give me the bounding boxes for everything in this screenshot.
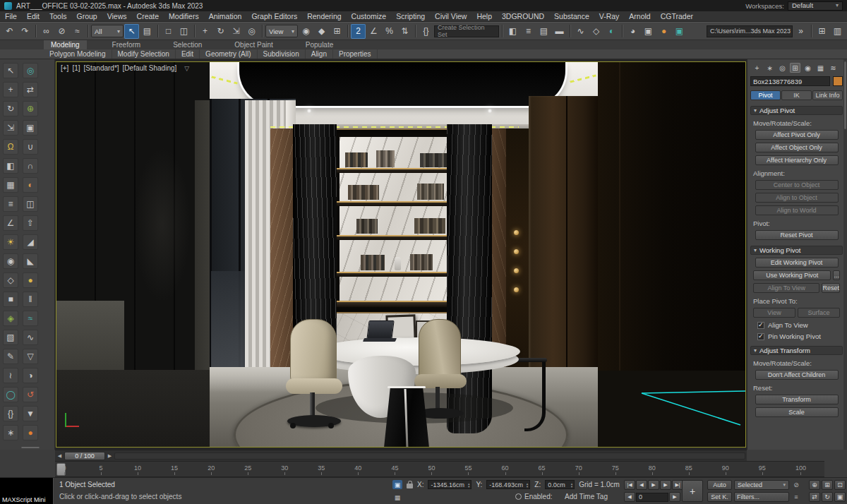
bridge-tool-icon[interactable]: ‖: [23, 292, 38, 307]
measure-tool-icon[interactable]: ∠: [3, 215, 18, 231]
paint-tool-icon[interactable]: ✎: [3, 349, 18, 364]
use-working-pivot-options-button[interactable]: ...: [833, 270, 840, 280]
ribbon-item-geometry-all-[interactable]: Geometry (All): [200, 49, 257, 59]
docking-icon[interactable]: ▥: [830, 24, 845, 39]
menu-item-arnold[interactable]: Arnold: [624, 11, 655, 22]
script-tool-icon[interactable]: {}: [3, 406, 18, 421]
key-filter-icon[interactable]: ≡: [791, 492, 801, 501]
smooth-tool-icon[interactable]: ∿: [23, 330, 38, 345]
affect-object-only-button[interactable]: Affect Object Only: [755, 143, 839, 152]
collapse-tool-icon[interactable]: ▼: [23, 406, 38, 421]
slice-tool-icon[interactable]: ◫: [23, 196, 38, 212]
spinner-snap-icon[interactable]: ⇅: [397, 24, 412, 39]
key-filters-button[interactable]: Filters...: [734, 492, 789, 502]
workspace-dropdown[interactable]: Default: [788, 1, 843, 11]
viewport-label-segment[interactable]: [Default Shading]: [123, 64, 177, 72]
array-tool-icon[interactable]: ▦: [3, 177, 18, 193]
set-key-button[interactable]: Set K.: [707, 492, 732, 502]
selection-filter-dropdown[interactable]: All: [91, 25, 124, 37]
undo-icon[interactable]: ↶: [2, 24, 17, 39]
extrude-tool-icon[interactable]: ⇧: [23, 215, 38, 231]
rollout-adjust-pivot[interactable]: Adjust Pivot: [750, 106, 843, 115]
camera-tool-icon[interactable]: ◉: [3, 253, 18, 269]
use-pivot-center-icon[interactable]: ◉: [299, 24, 313, 39]
rectangular-selection-region-icon[interactable]: □: [161, 24, 176, 39]
set-keys-button[interactable]: +: [682, 480, 703, 502]
select-object-icon[interactable]: ↖: [124, 24, 139, 39]
mute-keys-icon[interactable]: ⊘: [791, 480, 801, 489]
zoom-icon[interactable]: ⊕: [809, 480, 820, 490]
object-name-field[interactable]: Box2138776839: [750, 76, 830, 86]
ribbon-item-modify-selection[interactable]: Modify Selection: [112, 49, 176, 59]
rollout-working-pivot[interactable]: Working Pivot: [750, 246, 843, 255]
layer-explorer-icon[interactable]: ▤: [536, 24, 551, 39]
viewport-layout-icon[interactable]: ⊞: [815, 24, 829, 39]
menu-item-v-ray[interactable]: V-Ray: [594, 11, 625, 22]
xref-tool-icon[interactable]: ⇄: [23, 82, 38, 97]
selection-lock-icon[interactable]: [407, 484, 413, 488]
snaps-toggle-icon[interactable]: 2: [351, 24, 366, 39]
zoom-extents-icon[interactable]: ⊡: [834, 480, 846, 490]
material-editor-icon[interactable]: ◐: [604, 24, 619, 39]
settings-tool-icon[interactable]: ∗: [3, 425, 18, 440]
modifier-tool-icon[interactable]: ◈: [3, 311, 18, 326]
scale-tool-icon[interactable]: ⇲: [3, 120, 18, 136]
time-slider-handle[interactable]: 0 / 100: [64, 452, 105, 460]
chamfer-tool-icon[interactable]: ◣: [23, 253, 38, 269]
menu-item-modifiers[interactable]: Modifiers: [164, 11, 204, 22]
percent-snap-icon[interactable]: %: [382, 24, 397, 39]
viewport-filter-icon[interactable]: ▽: [184, 65, 189, 72]
viewport-label-segment[interactable]: [+]: [61, 64, 68, 72]
checkbox-box[interactable]: [757, 333, 764, 340]
boolean-tool-icon[interactable]: ◐: [23, 177, 38, 193]
optimize-tool-icon[interactable]: ▽: [23, 349, 38, 364]
go-to-start-button[interactable]: |◀: [624, 480, 635, 490]
bevel-tool-icon[interactable]: ◢: [23, 234, 38, 250]
add-rollout-icon[interactable]: +: [752, 63, 762, 73]
ribbon-item-align[interactable]: Align: [306, 49, 333, 59]
schematic-view-icon[interactable]: ◇: [589, 24, 603, 39]
select-and-manipulate-icon[interactable]: ◆: [314, 24, 329, 39]
bind-to-space-warp-icon[interactable]: ≈: [70, 24, 85, 39]
isolate-tool-icon[interactable]: ◎: [23, 63, 38, 78]
select-and-link-icon[interactable]: ∞: [39, 24, 54, 39]
ribbon-tab-object-paint[interactable]: Object Paint: [227, 40, 280, 49]
rendered-frame-window-icon[interactable]: ▣: [641, 24, 656, 39]
edit-named-selections-icon[interactable]: {}: [419, 24, 433, 39]
keyboard-shortcut-override-icon[interactable]: ⊞: [330, 24, 344, 39]
symmetry-tool-icon[interactable]: ◑: [23, 368, 38, 383]
menu-item-group[interactable]: Group: [72, 11, 102, 22]
named-selection-set-input[interactable]: Create Selection Set: [434, 25, 499, 37]
scrollbar-thumb[interactable]: [844, 61, 846, 129]
vray-framebuffer-icon[interactable]: ▣: [672, 24, 687, 39]
pan-icon[interactable]: ⇄: [809, 492, 820, 502]
select-and-move-icon[interactable]: +: [198, 24, 212, 39]
menu-item-civil-view[interactable]: Civil View: [430, 11, 471, 22]
object-color-swatch[interactable]: [833, 76, 843, 86]
select-and-place-icon[interactable]: ◎: [244, 24, 259, 39]
relax-tool-icon[interactable]: ≈: [23, 311, 38, 326]
current-frame-field[interactable]: 0: [636, 493, 668, 502]
select-and-scale-icon[interactable]: ⇲: [229, 24, 244, 39]
unlink-selection-icon[interactable]: ⊘: [54, 24, 69, 39]
menu-item-views[interactable]: Views: [102, 11, 132, 22]
create-tab-icon[interactable]: ∗: [764, 63, 775, 73]
redo-icon[interactable]: ↷: [18, 24, 32, 39]
zoom-all-icon[interactable]: ⊞: [822, 480, 833, 490]
add-time-tag[interactable]: Add Time Tag: [565, 493, 608, 500]
left-tool-big-button[interactable]: [21, 447, 40, 448]
subtab-ik[interactable]: IK: [781, 90, 812, 100]
hierarchy-tab-icon[interactable]: ⊞: [790, 63, 800, 73]
menu-item-animation[interactable]: Animation: [204, 11, 247, 22]
ribbon-item-subdivision[interactable]: Subdivision: [258, 49, 306, 59]
align-to-world-button[interactable]: Align to World: [755, 205, 839, 215]
reference-coordinate-dropdown[interactable]: View: [265, 25, 298, 37]
mirror-icon[interactable]: ◧: [505, 24, 520, 39]
menu-item-tools[interactable]: Tools: [44, 11, 72, 22]
menu-item-file[interactable]: File: [0, 11, 22, 22]
command-panel-scrollbar[interactable]: [843, 59, 847, 450]
menu-item-customize[interactable]: Customize: [347, 11, 392, 22]
pin-working-pivot-checkbox[interactable]: Pin Working Pivot: [757, 332, 836, 340]
align-to-view-button[interactable]: Align To View: [753, 283, 819, 293]
uvw-tool-icon[interactable]: ▧: [3, 330, 18, 345]
